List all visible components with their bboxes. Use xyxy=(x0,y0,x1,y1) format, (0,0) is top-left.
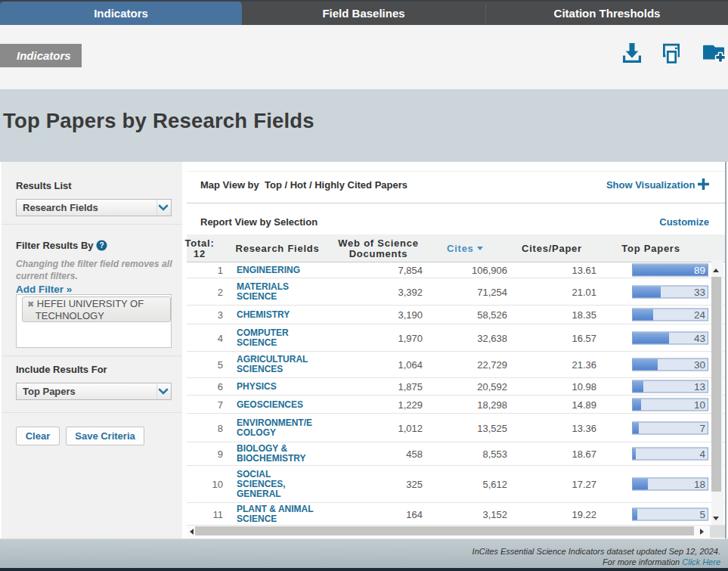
svg-text:?: ? xyxy=(100,241,104,250)
